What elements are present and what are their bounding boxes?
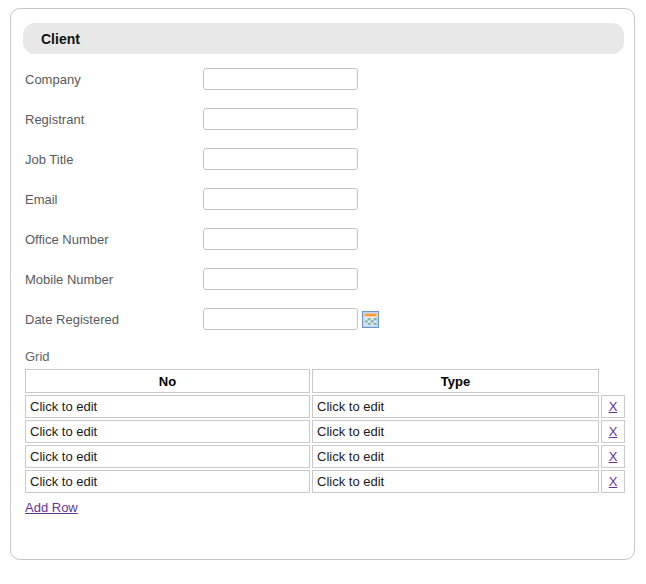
- form-row-company: Company: [25, 68, 615, 90]
- date-registered-label: Date Registered: [25, 312, 203, 327]
- grid-row: Click to edit Click to edit X: [25, 445, 625, 468]
- form-row-job-title: Job Title: [25, 148, 615, 170]
- form-row-office-number: Office Number: [25, 228, 615, 250]
- date-registered-input[interactable]: [203, 308, 358, 330]
- registrant-input[interactable]: [203, 108, 358, 130]
- grid-cell-no[interactable]: Click to edit: [25, 395, 310, 418]
- grid-header-no: No: [25, 369, 310, 393]
- form-row-date-registered: Date Registered: [25, 308, 615, 330]
- email-label: Email: [25, 192, 203, 207]
- grid-section: Grid No Type Click to edit Click to edit…: [25, 349, 631, 516]
- grid-table: No Type Click to edit Click to edit X Cl…: [23, 367, 627, 495]
- grid-cell-type[interactable]: Click to edit: [312, 445, 599, 468]
- panel-header: Client: [23, 23, 624, 54]
- email-input[interactable]: [203, 188, 358, 210]
- grid-cell-no[interactable]: Click to edit: [25, 445, 310, 468]
- calendar-icon[interactable]: [362, 311, 379, 328]
- grid-row: Click to edit Click to edit X: [25, 420, 625, 443]
- office-number-label: Office Number: [25, 232, 203, 247]
- grid-row: Click to edit Click to edit X: [25, 470, 625, 493]
- grid-cell-no[interactable]: Click to edit: [25, 470, 310, 493]
- grid-header-row: No Type: [25, 369, 625, 393]
- grid-cell-no[interactable]: Click to edit: [25, 420, 310, 443]
- office-number-input[interactable]: [203, 228, 358, 250]
- client-form: Company Registrant Job Title Email Offic…: [25, 68, 615, 348]
- grid-cell-type[interactable]: Click to edit: [312, 470, 599, 493]
- mobile-number-label: Mobile Number: [25, 272, 203, 287]
- grid-header-type: Type: [312, 369, 599, 393]
- page: Client Company Registrant Job Title Emai…: [0, 0, 646, 584]
- form-row-mobile-number: Mobile Number: [25, 268, 615, 290]
- delete-row-link[interactable]: X: [609, 424, 618, 439]
- delete-row-link[interactable]: X: [609, 449, 618, 464]
- grid-cell-type[interactable]: Click to edit: [312, 420, 599, 443]
- grid-label: Grid: [25, 349, 631, 364]
- grid-row: Click to edit Click to edit X: [25, 395, 625, 418]
- form-row-registrant: Registrant: [25, 108, 615, 130]
- grid-cell-type[interactable]: Click to edit: [312, 395, 599, 418]
- delete-row-link[interactable]: X: [609, 474, 618, 489]
- mobile-number-input[interactable]: [203, 268, 358, 290]
- company-label: Company: [25, 72, 203, 87]
- delete-row-link[interactable]: X: [609, 399, 618, 414]
- add-row-link[interactable]: Add Row: [25, 500, 78, 515]
- registrant-label: Registrant: [25, 112, 203, 127]
- client-panel: Client Company Registrant Job Title Emai…: [10, 8, 635, 560]
- form-row-email: Email: [25, 188, 615, 210]
- panel-title: Client: [41, 31, 80, 47]
- job-title-input[interactable]: [203, 148, 358, 170]
- job-title-label: Job Title: [25, 152, 203, 167]
- company-input[interactable]: [203, 68, 358, 90]
